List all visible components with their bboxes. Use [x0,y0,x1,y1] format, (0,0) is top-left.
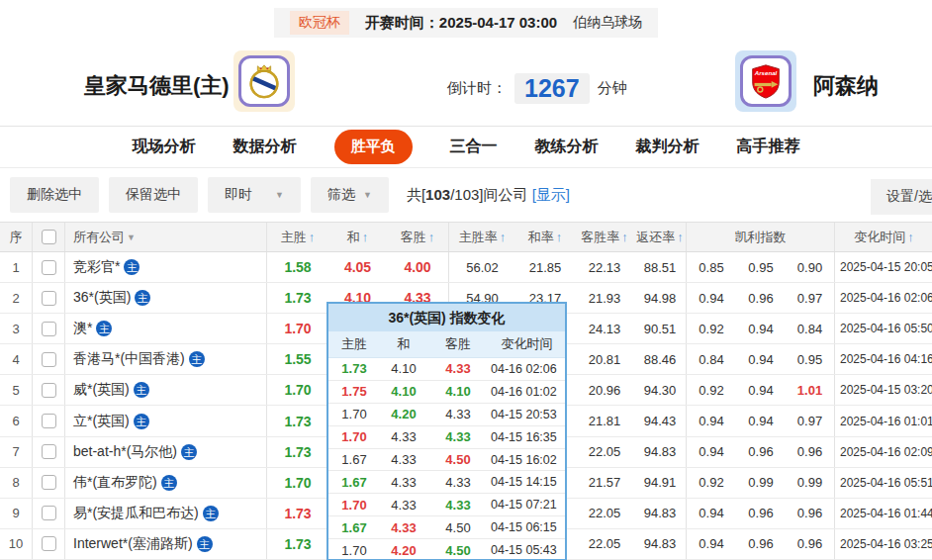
change-time-cell: 2025-04-16 05:51 [835,468,932,498]
away-odds-cell: 4.00 [387,252,449,282]
popup-draw-odds: 4.33 [380,520,427,535]
header-home-label: 主胜 [281,229,307,246]
company-cell[interactable]: 澳*主 [65,314,267,343]
company-cell[interactable]: 竞彩官*主 [65,252,267,282]
away-rate-cell: 24.13 [575,314,634,343]
company-cell[interactable]: 立*(英国)主 [65,406,267,435]
settings-button[interactable]: 设置/选 [871,179,932,215]
away-rate-cell: 22.13 [575,252,634,282]
company-cell[interactable]: 易*(安提瓜和巴布达)主 [65,499,267,528]
kelly-cell-2: 0.95 [736,252,786,282]
popup-row: 1.674.334.5004-15 16:02 [328,449,565,472]
company-cell[interactable]: Interwet*(塞浦路斯)主 [65,529,267,559]
popup-header-home: 主胜 [328,335,380,353]
away-rate-cell: 21.57 [575,468,634,498]
tab-4[interactable]: 三合一 [450,137,498,157]
countdown-value: 1267 [514,73,590,104]
header-return-rate[interactable]: 返还率↑ [634,223,687,251]
row-checkbox[interactable] [42,444,56,459]
draw-rate-cell: 21.85 [515,252,575,282]
header-draw-rate[interactable]: 和率↑ [515,223,575,251]
popup-away-odds: 4.33 [427,429,489,444]
popup-row: 1.734.104.3304-16 02:06 [328,358,565,381]
popup-draw-odds: 4.33 [380,452,427,467]
company-cell[interactable]: 36*(英国)主 [65,283,267,313]
row-checkbox[interactable] [42,475,56,490]
table-header-row: 序 所有公司▼ 主胜↑ 和↑ 客胜↑ 主胜率↑ 和率↑ 客胜率↑ 返还率↑ 凯利… [0,222,932,252]
tab-1[interactable]: 现场分析 [133,137,196,157]
header-away-rate[interactable]: 客胜率↑ [575,223,634,251]
company-name: 竞彩官* [73,258,120,276]
change-time-cell: 2025-04-16 01:01 [835,406,932,435]
popup-draw-odds: 4.20 [380,543,427,558]
time-filter-select[interactable]: 即时 ▼ [208,177,301,213]
toolbar: 删除选中 保留选中 即时 ▼ 筛选 ▼ 共[103/103]间公司 [显示] 设… [0,168,932,222]
row-checkbox[interactable] [42,383,56,398]
away-rate-cell: 22.05 [575,437,634,467]
match-odds-page: 欧冠杯 开赛时间：2025-04-17 03:00 伯纳乌球场 皇家马德里(主)… [0,0,932,560]
row-number: 5 [0,375,33,405]
kelly-cell-2: 0.96 [736,529,786,559]
countdown-label: 倒计时： [447,79,507,98]
show-link[interactable]: [显示] [532,186,570,203]
keep-selected-button[interactable]: 保留选中 [109,177,198,213]
tab-7[interactable]: 高手推荐 [737,137,800,157]
company-cell[interactable]: 威*(英国)主 [65,375,267,405]
tab-6[interactable]: 裁判分析 [636,137,699,157]
start-time-value: 2025-04-17 03:00 [439,14,557,31]
company-cell[interactable]: 伟*(直布罗陀)主 [65,468,267,498]
select-all-checkbox[interactable] [42,230,56,244]
popup-away-odds: 4.33 [427,498,489,513]
company-count-prefix: 共[ [407,186,425,203]
popup-draw-odds: 4.33 [380,429,427,444]
row-checkbox[interactable] [42,322,56,336]
header-home-odds[interactable]: 主胜↑ [267,223,328,251]
company-cell[interactable]: bet-at-h*(马尔他)主 [65,437,267,467]
row-checkbox[interactable] [42,414,56,428]
header-away-odds[interactable]: 客胜↑ [387,223,449,251]
kelly-cell-1: 0.94 [687,406,736,435]
popup-change-time: 04-15 05:43 [489,543,565,557]
chevron-down-icon: ▼ [127,233,136,242]
tab-5[interactable]: 教练分析 [535,137,599,157]
filter-label: 筛选 [327,186,355,204]
home-team-logo [233,50,295,112]
row-checkbox[interactable] [42,352,56,367]
row-checkbox-cell [33,314,65,343]
popup-row: 1.704.334.3304-15 16:35 [328,426,565,449]
header-away-label: 客胜 [401,229,426,246]
row-checkbox-cell [33,344,65,374]
filter-button[interactable]: 筛选 ▼ [311,177,389,213]
league-tag: 欧冠杯 [290,11,349,35]
real-madrid-crest-icon [238,55,290,107]
kelly-cell-3: 0.96 [786,437,835,467]
popup-draw-odds: 4.10 [380,384,427,399]
kelly-cell-2: 0.99 [736,468,786,498]
home-odds-cell: 1.58 [267,252,328,282]
header-company[interactable]: 所有公司▼ [65,223,267,251]
sort-up-icon: ↑ [500,230,507,244]
row-number: 9 [0,499,33,528]
row-checkbox-cell [33,375,65,405]
row-checkbox[interactable] [42,291,56,306]
away-rate-cell: 20.81 [575,344,634,374]
company-count: 共[103/103]间公司 [显示] [407,186,570,205]
header-checkbox-cell [33,223,65,251]
tab-3[interactable]: 胜平负 [334,130,413,164]
header-home-rate[interactable]: 主胜率↑ [449,223,515,251]
kelly-cell-1: 0.92 [687,375,736,405]
row-number: 6 [0,406,33,435]
home-odds-cell: 1.73 [267,283,328,313]
home-odds-cell: 1.55 [267,344,328,374]
tab-2[interactable]: 数据分析 [233,137,297,157]
kelly-cell-1: 0.92 [687,468,736,498]
row-checkbox[interactable] [42,506,56,520]
kelly-cell-2: 0.94 [736,314,786,343]
company-cell[interactable]: 香港马*(中国香港)主 [65,344,267,374]
header-draw-odds[interactable]: 和↑ [328,223,387,251]
row-checkbox[interactable] [42,536,56,551]
delete-selected-button[interactable]: 删除选中 [10,177,99,213]
kelly-cell-3: 0.95 [786,344,835,374]
row-checkbox[interactable] [42,260,56,275]
header-change-time[interactable]: 变化时间↑ [835,223,932,251]
